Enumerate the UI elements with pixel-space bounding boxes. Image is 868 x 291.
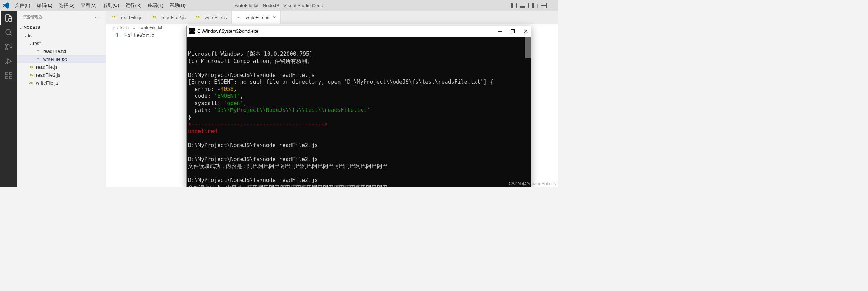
tree-folder[interactable]: ⌄test bbox=[17, 39, 106, 47]
terminal-line: D:\MyProject\NodeJS\fs>node readFile.js bbox=[188, 72, 530, 79]
terminal-line: D:\MyProject\NodeJS\fs>node readFile2.js bbox=[188, 156, 530, 163]
menu-edit[interactable]: 编辑(E) bbox=[34, 1, 55, 10]
sidebar-more-icon[interactable]: ··· bbox=[95, 15, 100, 19]
terminal-close-icon[interactable]: ✕ bbox=[523, 29, 528, 34]
terminal-line: 文件读取成功，内容是：阿巴阿巴阿巴阿巴阿巴阿巴阿巴阿巴阿巴阿巴阿巴阿巴阿巴 bbox=[188, 184, 530, 187]
chevron-down-icon: ⌄ bbox=[28, 41, 32, 45]
breadcrumb-segment[interactable]: test bbox=[120, 25, 127, 30]
editor-tab[interactable]: JSreadFile2.js bbox=[147, 11, 190, 24]
menu-goto[interactable]: 转到(G) bbox=[100, 1, 122, 10]
terminal-body[interactable]: Microsoft Windows [版本 10.0.22000.795](c)… bbox=[187, 37, 531, 187]
terminal-line bbox=[188, 65, 530, 72]
tree-file[interactable]: JSreadFile2.js bbox=[17, 71, 106, 79]
svg-point-3 bbox=[10, 46, 12, 48]
terminal-scrollbar[interactable] bbox=[525, 37, 531, 58]
tree-item-label: writeFile.txt bbox=[43, 56, 67, 62]
menubar: 文件(F) 编辑(E) 选择(S) 查看(V) 转到(G) 运行(R) 终端(T… bbox=[12, 1, 188, 10]
tree-file[interactable]: ≡writeFile.txt bbox=[17, 55, 106, 63]
menu-file[interactable]: 文件(F) bbox=[12, 1, 33, 10]
svg-point-1 bbox=[6, 44, 8, 46]
menu-help[interactable]: 帮助(H) bbox=[167, 1, 188, 10]
file-js-icon: JS bbox=[111, 15, 117, 19]
titlebar-layout-controls: | – bbox=[511, 2, 555, 9]
terminal-line: D:\MyProject\NodeJS\fs>node readFile2.js bbox=[188, 177, 530, 184]
svg-point-2 bbox=[6, 48, 8, 50]
search-icon[interactable] bbox=[4, 28, 13, 37]
editor-tab[interactable]: JSwriteFile.js bbox=[190, 11, 231, 24]
project-header[interactable]: ⌄ NODEJS bbox=[17, 23, 106, 31]
extensions-icon[interactable] bbox=[4, 71, 13, 80]
terminal-line: Microsoft Windows [版本 10.0.22000.795] bbox=[188, 51, 530, 58]
file-js-icon: JS bbox=[195, 15, 200, 19]
svg-rect-5 bbox=[5, 76, 8, 79]
code-line[interactable]: HolleWorld bbox=[124, 32, 155, 38]
chevron-right-icon: › bbox=[128, 25, 130, 30]
sidebar-title: 资源管理器 bbox=[23, 14, 43, 20]
terminal-line: 文件读取成功，内容是：阿巴阿巴阿巴阿巴阿巴阿巴阿巴阿巴阿巴阿巴阿巴阿巴阿巴 bbox=[188, 163, 530, 170]
terminal-line: errno: -4058, bbox=[188, 86, 530, 93]
file-js-icon: JS bbox=[28, 65, 34, 69]
svg-point-0 bbox=[6, 29, 11, 35]
terminal-line: (c) Microsoft Corporation。保留所有权利。 bbox=[188, 58, 530, 65]
terminal-line: syscall: 'open', bbox=[188, 100, 530, 107]
chevron-right-icon: › bbox=[117, 25, 118, 30]
svg-rect-6 bbox=[9, 76, 12, 79]
file-txt-icon: ≡ bbox=[35, 57, 41, 61]
line-number: 1 bbox=[106, 32, 119, 38]
window-title: writeFile.txt - NodeJS - Visual Studio C… bbox=[235, 3, 323, 8]
file-js-icon: JS bbox=[151, 15, 157, 19]
watermark: CSDN @Addam Holmes bbox=[508, 181, 556, 186]
terminal-minimize-icon[interactable]: — bbox=[497, 29, 502, 34]
source-control-icon[interactable] bbox=[4, 42, 13, 51]
terminal-line: D:\MyProject\NodeJS\fs>node readFile2.js bbox=[188, 142, 530, 149]
tree-item-label: readFile2.js bbox=[36, 72, 60, 78]
activity-bar bbox=[0, 11, 17, 187]
menu-select[interactable]: 选择(S) bbox=[56, 1, 77, 10]
chevron-down-icon: ⌄ bbox=[23, 33, 27, 37]
chevron-down-icon: ⌄ bbox=[19, 25, 23, 29]
tree-file[interactable]: JSwriteFile.js bbox=[17, 79, 106, 87]
terminal-line bbox=[188, 170, 530, 177]
tree-item-label: writeFile.js bbox=[36, 80, 58, 86]
tree-file[interactable]: JSreadFile.js bbox=[17, 63, 106, 71]
menu-terminal[interactable]: 终端(T) bbox=[145, 1, 166, 10]
terminal-titlebar[interactable]: C:\ C:\Windows\System32\cmd.exe — ✕ bbox=[187, 26, 531, 37]
tree-file[interactable]: ≡readFile.txt bbox=[17, 47, 106, 55]
editor-tab[interactable]: JSreadFile.js bbox=[106, 11, 147, 24]
sidebar-header: 资源管理器 ··· bbox=[17, 11, 106, 23]
tree-item-label: readFile.txt bbox=[43, 49, 66, 54]
menu-view[interactable]: 查看(V) bbox=[78, 1, 99, 10]
breadcrumb-segment[interactable]: writeFile.txt bbox=[141, 25, 163, 30]
explorer-sidebar: 资源管理器 ··· ⌄ NODEJS ⌄fs⌄test≡readFile.txt… bbox=[17, 11, 106, 187]
svg-rect-7 bbox=[9, 72, 12, 75]
explorer-icon[interactable] bbox=[4, 14, 13, 22]
breadcrumb-segment[interactable]: fs bbox=[112, 25, 115, 30]
terminal-line: path: 'D:\\MyProject\\NodeJS\\fs\\test\\… bbox=[188, 107, 530, 114]
window-minimize-icon[interactable]: – bbox=[552, 2, 555, 9]
customize-layout-icon[interactable] bbox=[541, 3, 547, 8]
terminal-line bbox=[188, 149, 530, 156]
terminal-window: C:\ C:\Windows\System32\cmd.exe — ✕ Micr… bbox=[186, 26, 531, 187]
editor-tab[interactable]: ≡writeFile.txt× bbox=[232, 11, 281, 24]
debug-icon[interactable] bbox=[4, 57, 13, 65]
line-gutter: 1 bbox=[106, 32, 124, 187]
tree-item-label: test bbox=[33, 41, 41, 46]
editor-tabs: JSreadFile.jsJSreadFile2.jsJSwriteFile.j… bbox=[106, 11, 558, 24]
file-txt-icon: ≡ bbox=[131, 26, 137, 30]
terminal-maximize-icon[interactable] bbox=[511, 29, 515, 33]
toggle-sidebar-right-icon[interactable] bbox=[528, 3, 534, 8]
file-js-icon: JS bbox=[28, 73, 34, 77]
terminal-line: code: 'ENOENT', bbox=[188, 93, 530, 100]
svg-rect-4 bbox=[5, 72, 8, 75]
close-icon[interactable]: × bbox=[273, 14, 276, 20]
tree-folder[interactable]: ⌄fs bbox=[17, 31, 106, 39]
menu-run[interactable]: 运行(R) bbox=[123, 1, 144, 10]
toggle-sidebar-left-icon[interactable] bbox=[511, 3, 517, 8]
tree-item-label: fs bbox=[28, 33, 32, 38]
toggle-panel-icon[interactable] bbox=[520, 3, 525, 8]
file-tree: ⌄fs⌄test≡readFile.txt≡writeFile.txtJSrea… bbox=[17, 31, 106, 87]
code-content[interactable]: HolleWorld bbox=[124, 32, 155, 187]
terminal-line bbox=[188, 135, 530, 142]
tab-label: readFile.js bbox=[121, 15, 142, 20]
terminal-line: undefined bbox=[188, 128, 530, 135]
